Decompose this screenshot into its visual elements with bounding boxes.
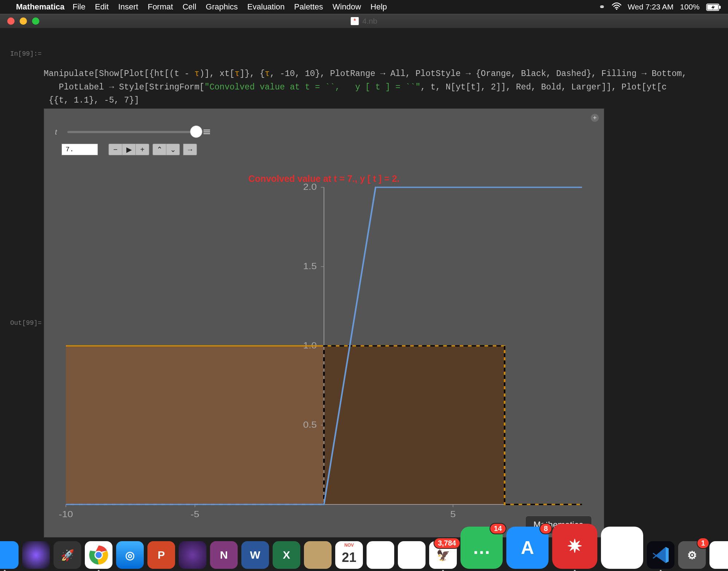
input-label: In[99]:= [10, 50, 41, 57]
dock-vscode[interactable] [647, 541, 674, 569]
minimize-button[interactable] [20, 17, 27, 25]
svg-text:0.5: 0.5 [303, 420, 317, 430]
dock-excel[interactable]: X [273, 541, 300, 569]
notebook-area[interactable]: In[99]:= Out[99]= Manipulate[Show[Plot[{… [0, 28, 728, 571]
document-icon: * [351, 17, 359, 25]
svg-text:5: 5 [450, 509, 456, 519]
window-title: * 4.nb [351, 17, 377, 25]
wifi-icon[interactable] [612, 3, 621, 12]
step-plus-button[interactable]: + [135, 144, 149, 155]
panel-add-icon[interactable]: + [591, 114, 599, 122]
slider-t[interactable] [67, 131, 198, 133]
slider-value-input[interactable] [62, 144, 98, 155]
dock-mathematica[interactable]: ✷ [552, 524, 597, 569]
svg-point-0 [616, 8, 617, 10]
dock-contacts[interactable] [304, 541, 332, 569]
slider-var-label: t [55, 128, 62, 136]
step-minus-button[interactable]: − [108, 144, 122, 155]
menu-format[interactable]: Format [148, 2, 173, 12]
zoom-button[interactable] [32, 17, 39, 25]
plot-title: Convolved value at t = 7., y [ t ] = 2. [55, 173, 593, 184]
dock-calendar[interactable]: NOV21 [335, 541, 363, 569]
svg-text:2.0: 2.0 [303, 182, 317, 192]
dock-notes[interactable]: ☰ [367, 541, 394, 569]
plot-area: Convolved value at t = 7., y [ t ] = 2. … [55, 171, 593, 526]
slider-row: t [55, 125, 593, 139]
dock-launchpad[interactable]: 🚀 [54, 541, 81, 569]
dock-messages[interactable]: …14 [460, 527, 503, 569]
dock-powerpoint[interactable]: P [147, 541, 175, 569]
macos-menubar: Mathematica File Edit Insert Format Cell… [0, 0, 728, 14]
svg-text:-5: -5 [191, 509, 199, 519]
dock-onenote[interactable]: N [210, 541, 238, 569]
dock-chrome[interactable] [85, 541, 112, 569]
slider-thumb[interactable] [190, 125, 202, 138]
bluetooth-icon[interactable]: ⚭ [599, 3, 605, 11]
menu-help[interactable]: Help [371, 2, 387, 12]
battery-icon [706, 3, 721, 11]
menu-graphics[interactable]: Graphics [206, 2, 238, 12]
slider-menu-icon[interactable] [203, 129, 210, 135]
dock-safari[interactable]: ◎ [116, 541, 144, 569]
dock-music[interactable]: ♫ [601, 527, 643, 569]
direction-button[interactable]: → [183, 144, 197, 155]
menu-edit[interactable]: Edit [95, 2, 109, 12]
slower-button[interactable]: ⌄ [166, 144, 180, 155]
dock-word[interactable]: W [241, 541, 269, 569]
menu-file[interactable]: File [72, 2, 85, 12]
menu-cell[interactable]: Cell [182, 2, 196, 12]
dock: 🚀◎PNWXNOV21☰✿🦅3,784…14A8✷♫⚙13 [0, 536, 728, 571]
svg-text:1.5: 1.5 [303, 261, 317, 271]
svg-text:-10: -10 [59, 509, 73, 519]
input-cell-code[interactable]: Manipulate[Show[Plot[{ht[(t - τ)], xt[τ]… [44, 54, 724, 107]
slider-controls: − ▶ + ⌃ ⌄ → [62, 144, 197, 155]
menu-evaluation[interactable]: Evaluation [247, 2, 285, 12]
app-name[interactable]: Mathematica [16, 2, 64, 12]
faster-button[interactable]: ⌃ [153, 144, 166, 155]
menu-palettes[interactable]: Palettes [294, 2, 323, 12]
play-button[interactable]: ▶ [122, 144, 136, 155]
document-title: 4.nb [363, 17, 377, 25]
dock-finder[interactable] [0, 541, 19, 569]
menu-window[interactable]: Window [333, 2, 361, 12]
close-button[interactable] [7, 17, 15, 25]
window-controls [0, 17, 39, 25]
dock-reminders[interactable]: 3 [709, 541, 728, 569]
plot-axes: 0.51.01.52.0-10-55 [66, 187, 582, 504]
menu-insert[interactable]: Insert [118, 2, 138, 12]
dock-photos[interactable]: ✿ [398, 541, 426, 569]
dock-appstore[interactable]: A8 [506, 527, 549, 569]
manipulate-panel: + t − ▶ + ⌃ ⌄ → Convolved [44, 108, 604, 538]
output-label: Out[99]= [10, 319, 41, 327]
dock-eclipse[interactable] [179, 541, 206, 569]
clock[interactable]: Wed 7:23 AM [628, 3, 674, 11]
svg-point-22 [95, 551, 102, 559]
svg-rect-2 [719, 6, 721, 9]
dock-mail[interactable]: 🦅3,784 [429, 541, 457, 569]
dock-siri[interactable] [22, 541, 50, 569]
dock-settings[interactable]: ⚙1 [678, 541, 706, 569]
battery-percent: 100% [680, 3, 700, 11]
window-titlebar: * 4.nb [0, 14, 728, 28]
